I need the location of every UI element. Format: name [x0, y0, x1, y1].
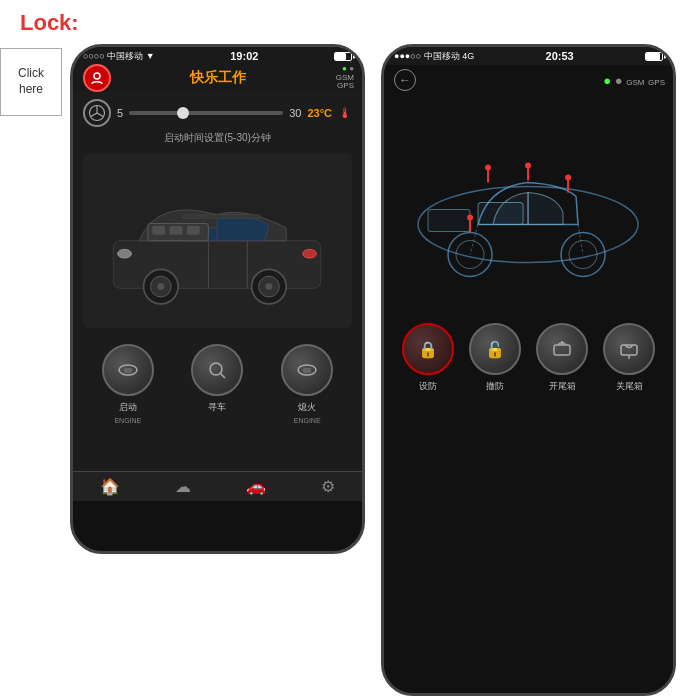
right-nav-bar: ← ● ● GSM GPS	[384, 65, 673, 95]
find-car-label: 寻车	[208, 401, 226, 414]
temp-max-label: 30	[289, 107, 301, 119]
trunk-open-circle	[536, 323, 588, 375]
engine-stop-sublabel: ENGINE	[294, 417, 321, 424]
left-nav-left-icon[interactable]	[83, 64, 111, 92]
engine-start-sublabel: ENGINE	[114, 417, 141, 424]
timer-label: 启动时间设置(5-30)分钟	[83, 131, 352, 145]
home-icon: 🏠	[100, 477, 120, 496]
left-carrier: ○○○○ 中国移动 ▼	[83, 50, 155, 63]
click-here-annotation: Click here	[0, 48, 62, 116]
trunk-open-btn[interactable]: 开尾箱	[536, 323, 588, 393]
svg-rect-43	[554, 345, 570, 355]
right-time: 20:53	[546, 50, 574, 62]
right-phone-content: 🔒 设防 🔓 撤防 开尾箱	[384, 313, 673, 693]
settings-icon: ⚙	[321, 477, 335, 496]
right-nav-right-icons: ● ● GSM GPS	[603, 73, 665, 88]
svg-point-12	[266, 283, 273, 290]
find-car-circle	[191, 344, 243, 396]
svg-rect-27	[303, 368, 311, 373]
find-car-btn[interactable]: 寻车	[191, 344, 243, 424]
mercedes-logo	[83, 99, 111, 127]
left-gps-label: GPS	[337, 82, 354, 91]
left-phone-content: 5 30 23°C 🌡 启动时间设置(5-30)分钟	[73, 91, 362, 471]
tab-home[interactable]: 🏠	[100, 477, 120, 496]
unlock-circle: 🔓	[469, 323, 521, 375]
svg-rect-29	[478, 202, 523, 224]
engine-stop-label: 熄火	[298, 401, 316, 414]
right-status-bar: ●●●○○ 中国移动 4G 20:53	[384, 47, 673, 65]
left-phone-buttons: 启动 ENGINE 寻车	[83, 336, 352, 428]
svg-rect-21	[183, 215, 261, 218]
right-gsm-label: GSM	[626, 78, 644, 87]
car-icon: 🚗	[246, 477, 266, 496]
temp-value: 23°C	[307, 107, 332, 119]
tab-car[interactable]: 🚗	[246, 477, 266, 496]
engine-start-btn[interactable]: 启动 ENGINE	[102, 344, 154, 424]
left-battery-icon	[334, 52, 352, 61]
svg-rect-34	[428, 209, 470, 231]
svg-point-36	[485, 164, 491, 170]
lock-label: 设防	[419, 380, 437, 393]
tab-cloud[interactable]: ☁	[175, 477, 191, 496]
temp-slider[interactable]	[129, 111, 283, 115]
description-area: Click the " upper left corner "" of the …	[0, 696, 700, 700]
svg-point-24	[210, 363, 222, 375]
lock-circle: 🔒	[402, 323, 454, 375]
slider-track	[129, 111, 283, 115]
left-car-image	[83, 153, 352, 328]
svg-rect-23	[124, 368, 132, 373]
left-status-bar: ○○○○ 中国移动 ▼ 19:02	[73, 47, 362, 65]
svg-point-18	[303, 249, 317, 258]
slider-thumb	[177, 107, 189, 119]
right-phone-buttons: 🔒 设防 🔓 撤防 开尾箱	[394, 319, 663, 397]
right-gps-label: GPS	[648, 78, 665, 87]
engine-start-label: 启动	[119, 401, 137, 414]
trunk-close-btn[interactable]: 关尾箱	[603, 323, 655, 393]
screenshots-row: Click here ○○○○ 中国移动 ▼ 19:02 快乐工作 ● ● GS…	[0, 44, 700, 696]
svg-line-3	[90, 113, 97, 117]
tab-settings[interactable]: ⚙	[321, 477, 335, 496]
svg-rect-15	[170, 226, 183, 235]
svg-rect-14	[153, 226, 166, 235]
right-battery-icon	[645, 52, 663, 61]
cloud-icon: ☁	[175, 477, 191, 496]
svg-point-9	[158, 283, 165, 290]
back-button[interactable]: ←	[394, 69, 416, 91]
svg-point-0	[94, 73, 100, 79]
svg-rect-45	[621, 345, 637, 355]
trunk-open-label: 开尾箱	[549, 380, 576, 393]
thermometer-icon: 🌡	[338, 105, 352, 121]
svg-point-40	[566, 174, 572, 180]
engine-start-circle	[102, 344, 154, 396]
trunk-close-label: 关尾箱	[616, 380, 643, 393]
unlock-label: 撤防	[486, 380, 504, 393]
left-nav-bar: 快乐工作 ● ● GSM GPS	[73, 65, 362, 91]
engine-stop-btn[interactable]: 熄火 ENGINE	[281, 344, 333, 424]
right-car-image	[384, 99, 673, 309]
lock-btn[interactable]: 🔒 设防	[402, 323, 454, 393]
svg-point-17	[118, 249, 132, 258]
left-time: 19:02	[230, 50, 258, 62]
left-tab-bar: 🏠 ☁ 🚗 ⚙	[73, 471, 362, 501]
temp-slider-row: 5 30 23°C 🌡	[83, 99, 352, 127]
left-nav-right-icons: ● ● GSM GPS	[336, 65, 354, 91]
svg-line-4	[97, 113, 104, 117]
right-phone: ●●●○○ 中国移动 4G 20:53 ← ● ● GSM GPS	[381, 44, 676, 696]
left-nav-title: 快乐工作	[190, 69, 246, 87]
svg-line-25	[221, 374, 226, 379]
temp-min-label: 5	[117, 107, 123, 119]
page-title: Lock:	[0, 0, 700, 44]
right-carrier: ●●●○○ 中国移动 4G	[394, 50, 474, 63]
trunk-close-circle	[603, 323, 655, 375]
unlock-btn[interactable]: 🔓 撤防	[469, 323, 521, 393]
svg-rect-16	[187, 226, 200, 235]
left-phone: ○○○○ 中国移动 ▼ 19:02 快乐工作 ● ● GSM GPS	[70, 44, 365, 554]
engine-stop-circle	[281, 344, 333, 396]
svg-point-42	[467, 214, 473, 220]
svg-point-38	[525, 162, 531, 168]
